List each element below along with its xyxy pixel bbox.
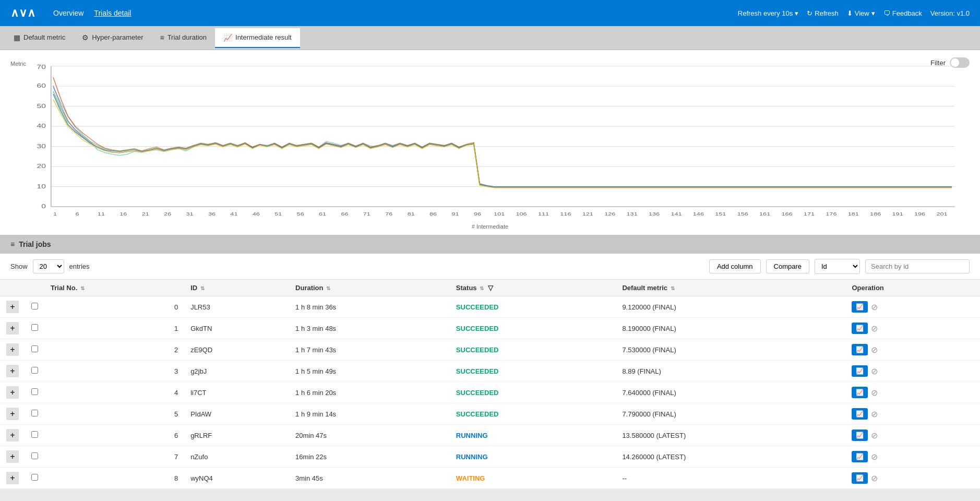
row-checkbox[interactable] <box>31 324 38 331</box>
cell-metric: 8.89 (FINAL) <box>616 361 845 382</box>
row-expand-button[interactable]: + <box>6 450 19 463</box>
chart-button[interactable]: 📈 <box>852 365 868 377</box>
refresh-button[interactable]: ↻ Refresh <box>807 9 839 17</box>
chevron-down-icon: ▾ <box>871 9 875 17</box>
row-expand-button[interactable]: + <box>6 322 19 335</box>
row-checkbox[interactable] <box>31 388 38 395</box>
cell-id: gRLRF <box>184 425 289 446</box>
delete-button[interactable]: ⊘ <box>871 324 878 333</box>
chart-button[interactable]: 📈 <box>852 451 868 462</box>
row-expand-button[interactable]: + <box>6 343 19 356</box>
svg-text:40: 40 <box>37 123 46 129</box>
svg-text:91: 91 <box>451 211 459 217</box>
chart-button[interactable]: 📈 <box>852 323 868 334</box>
add-column-button[interactable]: Add column <box>709 259 761 273</box>
th-check <box>25 280 44 296</box>
th-status[interactable]: Status ⇅ ▽ <box>450 280 616 296</box>
svg-text:21: 21 <box>142 211 149 217</box>
row-expand-button[interactable]: + <box>6 408 19 420</box>
nav-trials-detail[interactable]: Trials detail <box>94 9 131 17</box>
row-checkbox[interactable] <box>31 431 38 438</box>
cell-metric: -- <box>616 468 845 489</box>
svg-text:36: 36 <box>208 211 216 217</box>
default-metric-icon: ▦ <box>14 33 20 42</box>
cell-operation: 📈 ⊘ <box>845 339 980 361</box>
cell-trial-no: 4 <box>44 382 184 403</box>
trial-jobs-section-header: ≡ Trial jobs <box>0 235 980 254</box>
trial-table: Trial No. ⇅ ID ⇅ Duration ⇅ Status ⇅ ▽ D… <box>0 279 980 489</box>
delete-button[interactable]: ⊘ <box>871 431 878 440</box>
show-label: Show <box>10 263 28 270</box>
sort-icon-status: ⇅ <box>480 285 484 291</box>
row-checkbox[interactable] <box>31 474 38 481</box>
svg-text:151: 151 <box>715 211 726 217</box>
sort-icon-metric: ⇅ <box>671 285 675 291</box>
row-expand-button[interactable]: + <box>6 386 19 399</box>
th-duration[interactable]: Duration ⇅ <box>289 280 450 296</box>
th-id[interactable]: ID ⇅ <box>184 280 289 296</box>
tab-default-metric[interactable]: ▦ Default metric <box>5 28 74 48</box>
cell-duration: 1 h 7 min 43s <box>289 339 450 361</box>
svg-text:11: 11 <box>98 211 105 217</box>
feedback-button[interactable]: 🗨 Feedback <box>883 9 922 17</box>
entries-select[interactable]: 20 50 100 <box>33 259 64 273</box>
svg-text:116: 116 <box>560 211 571 217</box>
row-checkbox[interactable] <box>31 452 38 459</box>
svg-text:136: 136 <box>649 211 660 217</box>
cell-status: SUCCEEDED <box>450 296 616 318</box>
delete-button[interactable]: ⊘ <box>871 302 878 312</box>
cell-trial-no: 7 <box>44 446 184 468</box>
row-expand-button[interactable]: + <box>6 301 19 313</box>
chart-button[interactable]: 📈 <box>852 408 868 420</box>
chart-button[interactable]: 📈 <box>852 301 868 313</box>
svg-text:6: 6 <box>75 211 79 217</box>
chart-button[interactable]: 📈 <box>852 344 868 355</box>
sort-icon-trial: ⇅ <box>80 285 85 291</box>
download-icon: ⬇ <box>847 9 853 17</box>
cell-operation: 📈 ⊘ <box>845 446 980 468</box>
table-row: + 2 zE9QD 1 h 7 min 43s SUCCEEDED 7.5300… <box>0 339 980 361</box>
th-default-metric[interactable]: Default metric ⇅ <box>616 280 845 296</box>
row-expand-button[interactable]: + <box>6 472 19 484</box>
feedback-icon: 🗨 <box>883 9 890 17</box>
filter-icon[interactable]: ▽ <box>488 284 493 292</box>
cell-status: WAITING <box>450 468 616 489</box>
tab-hyper-parameter[interactable]: ⚙ Hyper-parameter <box>74 28 151 48</box>
chart-x-label: # Intermediate <box>10 223 970 230</box>
table-row: + 6 gRLRF 20min 47s RUNNING 13.580000 (L… <box>0 425 980 446</box>
row-expand-button[interactable]: + <box>6 429 19 442</box>
id-select[interactable]: Id Trial No. <box>815 259 860 274</box>
tab-trial-duration-label: Trial duration <box>168 33 207 41</box>
cell-duration: 1 h 6 min 20s <box>289 382 450 403</box>
tab-trial-duration[interactable]: ≡ Trial duration <box>151 28 215 48</box>
svg-text:96: 96 <box>474 211 481 217</box>
svg-text:126: 126 <box>604 211 615 217</box>
delete-button[interactable]: ⊘ <box>871 388 878 398</box>
svg-text:141: 141 <box>671 211 682 217</box>
delete-button[interactable]: ⊘ <box>871 409 878 419</box>
row-checkbox[interactable] <box>31 303 38 309</box>
chart-button[interactable]: 📈 <box>852 430 868 441</box>
view-button[interactable]: ⬇ View ▾ <box>847 9 875 17</box>
version-label: Version: v1.0 <box>930 9 970 17</box>
nav-overview[interactable]: Overview <box>53 9 83 17</box>
search-input[interactable] <box>865 259 970 273</box>
compare-button[interactable]: Compare <box>766 259 809 273</box>
row-checkbox[interactable] <box>31 345 38 352</box>
delete-button[interactable]: ⊘ <box>871 473 878 483</box>
chart-button[interactable]: 📈 <box>852 472 868 484</box>
row-checkbox[interactable] <box>31 410 38 416</box>
delete-button[interactable]: ⊘ <box>871 366 878 376</box>
chart-button[interactable]: 📈 <box>852 387 868 398</box>
th-trial-no[interactable]: Trial No. ⇅ <box>44 280 184 296</box>
intermediate-chart: Metric 0 10 20 30 40 50 60 70 1 <box>10 61 970 222</box>
delete-button[interactable]: ⊘ <box>871 452 878 462</box>
cell-operation: 📈 ⊘ <box>845 425 980 446</box>
tab-intermediate-result[interactable]: 📈 Intermediate result <box>215 28 300 48</box>
row-expand-button[interactable]: + <box>6 365 19 377</box>
svg-text:76: 76 <box>385 211 392 217</box>
delete-button[interactable]: ⊘ <box>871 345 878 355</box>
table-row: + 8 wyNQ4 3min 45s WAITING -- 📈 ⊘ <box>0 468 980 489</box>
refresh-interval-selector[interactable]: Refresh every 10s ▾ <box>738 9 799 17</box>
row-checkbox[interactable] <box>31 367 38 374</box>
